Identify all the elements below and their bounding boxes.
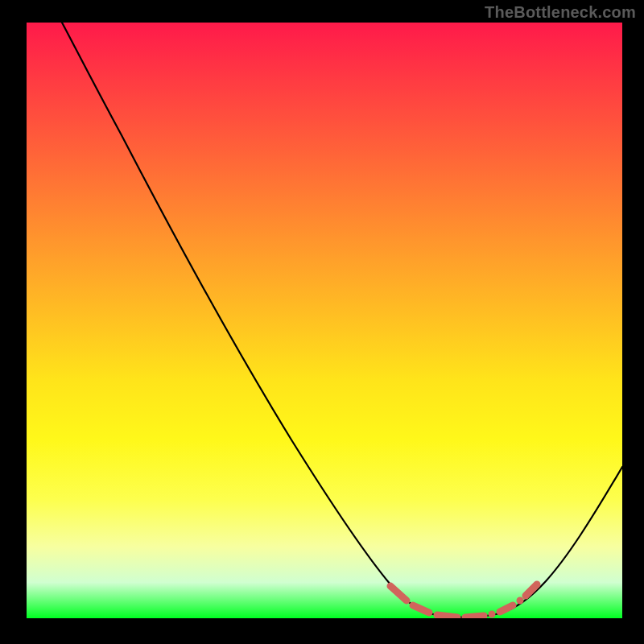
marker-dash: [413, 605, 429, 613]
marker-dash: [526, 584, 537, 596]
marker-dot: [489, 611, 496, 618]
curve-layer: [27, 23, 622, 618]
plot-area: [27, 23, 622, 618]
marker-dash: [500, 605, 513, 612]
marker-dot: [517, 597, 524, 605]
chart-container: TheBottleneck.com: [0, 0, 644, 644]
marker-dash: [437, 615, 457, 617]
bottleneck-curve: [62, 23, 622, 617]
marker-group: [390, 584, 537, 618]
watermark-text: TheBottleneck.com: [485, 3, 636, 22]
marker-dash: [465, 616, 484, 617]
marker-dash: [390, 586, 407, 601]
